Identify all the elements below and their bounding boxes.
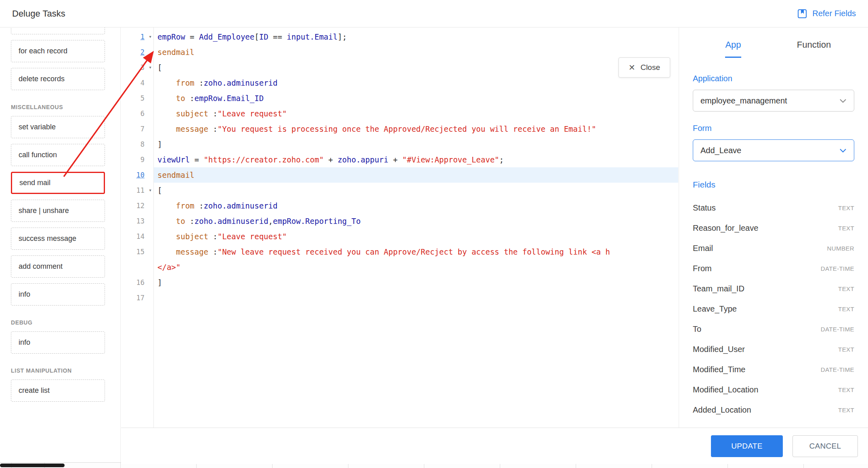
line-number[interactable]: 13 <box>121 213 153 229</box>
field-name: Modified_Time <box>693 365 745 374</box>
line-number[interactable]: 2 <box>121 44 153 60</box>
fold-arrow-icon[interactable]: ▾ <box>149 60 152 75</box>
field-name: Reason_for_leave <box>693 223 758 233</box>
line-number[interactable]: 7 <box>121 121 153 137</box>
fold-arrow-icon[interactable]: ▾ <box>149 29 152 44</box>
code-line[interactable]: 17 <box>121 290 678 306</box>
sidebar-item-info[interactable]: info <box>11 331 105 354</box>
code-line[interactable]: 4 from :zoho.adminuserid <box>121 75 678 91</box>
field-row[interactable]: Modified_LocationTEXT <box>693 379 854 400</box>
code-line[interactable]: 15 message :"New leave request received … <box>121 244 678 259</box>
sidebar-item-share-unshare[interactable]: share | unshare <box>11 200 105 222</box>
field-row[interactable]: Modified_TimeDATE-TIME <box>693 359 854 379</box>
code-text[interactable]: message :"New leave request received you… <box>153 244 678 259</box>
line-number[interactable]: 14 <box>121 229 153 244</box>
field-type-badge: TEXT <box>838 225 854 232</box>
sidebar-item-add-comment[interactable]: add comment <box>11 255 105 278</box>
code-text[interactable]: viewUrl = "https://creator.zoho.com" + z… <box>153 152 678 167</box>
code-text[interactable]: subject :"Leave request" <box>153 106 678 121</box>
code-text[interactable]: from :zoho.adminuserid <box>153 198 678 213</box>
fold-arrow-icon[interactable]: ▾ <box>149 183 152 198</box>
line-number[interactable]: 3▾ <box>121 60 153 75</box>
line-number[interactable]: 10 <box>121 167 153 183</box>
code-line[interactable]: 3▾[ <box>121 60 678 75</box>
code-line[interactable]: 9viewUrl = "https://creator.zoho.com" + … <box>121 152 678 167</box>
code-text[interactable]: message :"You request is processing once… <box>153 121 678 137</box>
field-row[interactable]: StatusTEXT <box>693 198 854 218</box>
field-row[interactable]: ToDATE-TIME <box>693 319 854 339</box>
code-text[interactable]: sendmail <box>153 44 678 60</box>
code-text[interactable]: ] <box>153 137 678 152</box>
field-type-badge: DATE-TIME <box>821 326 854 333</box>
code-text[interactable]: to :empRow.Email_ID <box>153 91 678 106</box>
sidebar-item-call-function[interactable]: call function <box>11 144 105 166</box>
sidebar-item-delete-records[interactable]: delete records <box>11 68 105 90</box>
sidebar-item-send-mail[interactable]: send mail <box>11 172 105 194</box>
tab-app[interactable]: App <box>693 38 774 58</box>
code-editor[interactable]: 1▾empRow = Add_Employee[ID == input.Emai… <box>121 27 678 428</box>
line-number[interactable]: 4 <box>121 75 153 91</box>
line-number[interactable]: 8 <box>121 137 153 152</box>
field-name: Team_mail_ID <box>693 284 744 293</box>
sidebar-list: for each recorddelete recordsMISCELLANEO… <box>0 40 120 402</box>
code-text[interactable]: empRow = Add_Employee[ID == input.Email]… <box>153 29 678 44</box>
sidebar-item-success-message[interactable]: success message <box>11 228 105 250</box>
code-line[interactable]: 10sendmail <box>121 167 678 183</box>
field-name: From <box>693 264 712 273</box>
page-title: Deluge Tasks <box>12 8 65 19</box>
sidebar-item-partial[interactable] <box>11 27 105 34</box>
code-text[interactable]: </a>" <box>153 259 678 275</box>
line-number[interactable]: 5 <box>121 91 153 106</box>
code-text[interactable]: ] <box>153 275 678 290</box>
horizontal-scrollbar-thumb[interactable] <box>0 464 65 467</box>
tab-function[interactable]: Function <box>774 38 854 58</box>
line-number[interactable]: 9 <box>121 152 153 167</box>
code-text[interactable] <box>153 290 678 306</box>
sidebar-item-for-each-record[interactable]: for each record <box>11 40 105 62</box>
line-number[interactable]: 6 <box>121 106 153 121</box>
field-name: Email <box>693 244 713 253</box>
field-row[interactable]: Reason_for_leaveTEXT <box>693 218 854 238</box>
sidebar-item-set-variable[interactable]: set variable <box>11 116 105 138</box>
field-type-badge: NUMBER <box>827 245 854 252</box>
code-line[interactable]: 7 message :"You request is processing on… <box>121 121 678 137</box>
code-line[interactable]: 2sendmail <box>121 44 678 60</box>
code-line[interactable]: 1▾empRow = Add_Employee[ID == input.Emai… <box>121 29 678 44</box>
cancel-button[interactable]: CANCEL <box>793 435 858 457</box>
form-select[interactable]: Add_Leave <box>693 139 854 161</box>
code-line[interactable]: 12 from :zoho.adminuserid <box>121 198 678 213</box>
code-line[interactable]: 16] <box>121 275 678 290</box>
line-number[interactable]: 16 <box>121 275 153 290</box>
line-number[interactable]: 1▾ <box>121 29 153 44</box>
field-row[interactable]: Team_mail_IDTEXT <box>693 278 854 299</box>
code-text[interactable]: [ <box>153 60 678 75</box>
field-row[interactable]: Added_LocationTEXT <box>693 400 854 420</box>
code-line[interactable]: 6 subject :"Leave request" <box>121 106 678 121</box>
line-number[interactable]: 17 <box>121 290 153 306</box>
code-text[interactable]: sendmail <box>153 167 678 183</box>
code-text[interactable]: [ <box>153 183 678 198</box>
code-line[interactable]: 13 to :zoho.adminuserid,empRow.Reporting… <box>121 213 678 229</box>
application-select[interactable]: employee_management <box>693 90 854 112</box>
field-row[interactable]: FromDATE-TIME <box>693 258 854 278</box>
code-text[interactable]: subject :"Leave request" <box>153 229 678 244</box>
code-line[interactable]: 8] <box>121 137 678 152</box>
field-row[interactable]: Leave_TypeTEXT <box>693 299 854 319</box>
line-number[interactable]: 11▾ <box>121 183 153 198</box>
code-line[interactable]: 11▾[ <box>121 183 678 198</box>
field-type-badge: TEXT <box>838 346 854 353</box>
line-number[interactable]: 12 <box>121 198 153 213</box>
code-line[interactable]: 14 subject :"Leave request" <box>121 229 678 244</box>
field-type-badge: DATE-TIME <box>821 265 854 272</box>
update-button[interactable]: UPDATE <box>711 435 783 457</box>
sidebar-item-create-list[interactable]: create list <box>11 379 105 402</box>
code-line[interactable]: 5 to :empRow.Email_ID <box>121 91 678 106</box>
refer-fields-button[interactable]: Refer Fields <box>797 8 856 19</box>
field-row[interactable]: EmailNUMBER <box>693 238 854 258</box>
code-text[interactable]: to :zoho.adminuserid,empRow.Reporting_To <box>153 213 678 229</box>
field-row[interactable]: Modified_UserTEXT <box>693 339 854 359</box>
sidebar-item-info[interactable]: info <box>11 283 105 306</box>
code-text[interactable]: from :zoho.adminuserid <box>153 75 678 91</box>
close-button[interactable]: ✕ Close <box>619 57 670 78</box>
line-number[interactable]: 15 <box>121 244 153 259</box>
